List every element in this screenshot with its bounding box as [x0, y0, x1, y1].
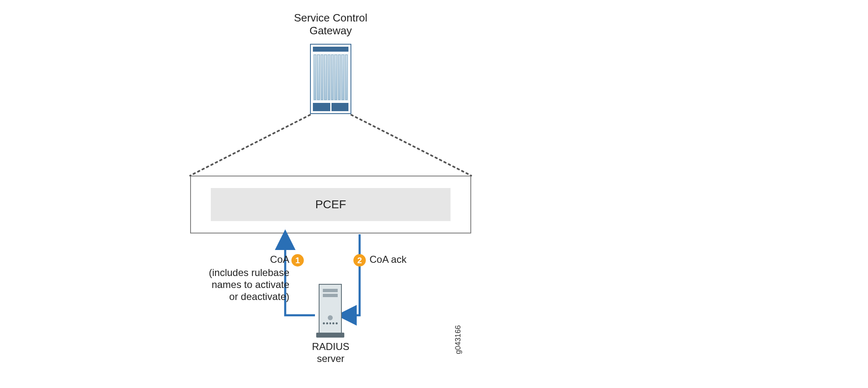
- rack-top-bar: [313, 47, 348, 52]
- radius-server-icon: [316, 284, 344, 338]
- server-button: [328, 315, 333, 320]
- radius-label-line1: RADIUS: [312, 341, 350, 352]
- rack-slot: [328, 55, 330, 100]
- server-tower: [319, 284, 342, 333]
- gateway-title-line1: Service ControlGateway: [294, 12, 367, 37]
- server-leds: [323, 322, 338, 326]
- rack-slot: [334, 55, 337, 100]
- rack-slot: [331, 55, 334, 100]
- rack-slot: [345, 55, 348, 100]
- rack-bottom: [313, 103, 348, 111]
- server-slot: [323, 289, 338, 292]
- image-id-text: g043166: [454, 325, 462, 354]
- coa-label: CoA: [270, 254, 289, 265]
- step-2-number: 2: [357, 256, 362, 265]
- step-1-number: 1: [295, 256, 300, 265]
- image-id: g043166: [454, 325, 463, 354]
- server-slot: [323, 294, 338, 297]
- rack-slot: [341, 55, 344, 100]
- server-base: [316, 333, 344, 338]
- led-dot: [329, 322, 331, 324]
- led-dot: [336, 322, 338, 324]
- step-2-badge: 2: [353, 254, 366, 267]
- coa-ack-label: CoA ack: [370, 254, 452, 266]
- gateway-rack-icon: [310, 44, 351, 114]
- step-1-badge: 1: [291, 254, 304, 267]
- led-dot: [326, 322, 328, 324]
- coa-label-block: CoA: [174, 254, 289, 266]
- diagram-stage: Service ControlGateway PCEF: [0, 0, 868, 388]
- coa-note: (includes rulebase names to activate or …: [160, 267, 289, 302]
- radius-label-line2: server: [317, 353, 345, 364]
- rack-slot: [317, 55, 320, 100]
- coa-note-line2: names to activate: [212, 279, 289, 290]
- led-dot: [332, 322, 334, 324]
- svg-line-1: [351, 115, 471, 176]
- svg-line-0: [190, 115, 310, 176]
- rack-bottom-pane: [331, 103, 349, 111]
- pcef-box: PCEF: [211, 188, 451, 221]
- rack-slots: [313, 54, 348, 101]
- led-dot: [323, 322, 325, 324]
- gateway-title: Service ControlGateway: [269, 12, 393, 37]
- rack-slot: [314, 55, 316, 100]
- coa-note-line1: (includes rulebase: [209, 267, 289, 278]
- rack-slot: [338, 55, 341, 100]
- rack-slot: [324, 55, 327, 100]
- coa-ack-text: CoA ack: [370, 254, 406, 265]
- rack-bottom-pane: [313, 103, 330, 111]
- radius-label: RADIUS server: [289, 341, 372, 365]
- coa-note-line3: or deactivate): [229, 291, 289, 302]
- rack-slot: [321, 55, 323, 100]
- pcef-label: PCEF: [315, 198, 346, 211]
